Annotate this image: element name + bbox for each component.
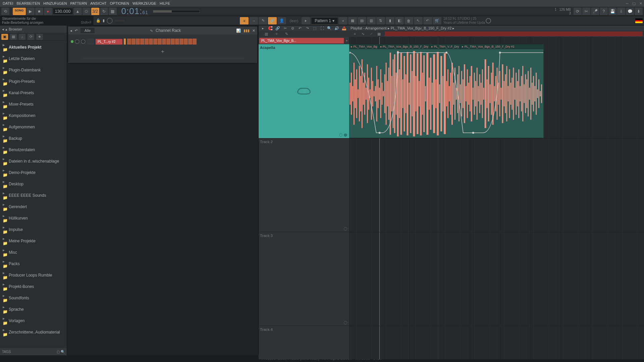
view-cr-icon[interactable]: ▥ (367, 17, 376, 24)
tree-item[interactable]: ▸📁Hüllkurven (0, 213, 67, 224)
view-trash-icon[interactable]: 🗑 (405, 17, 413, 24)
search-icon[interactable]: 🔍 (61, 350, 65, 354)
pl-tool-grid[interactable]: ▦ (375, 31, 383, 37)
countdown-icon[interactable]: ⏲ (83, 8, 91, 15)
menu-ansicht[interactable]: ANSICHT (89, 1, 108, 6)
chat-icon[interactable]: 💬 (626, 8, 634, 15)
save-icon[interactable]: 💾 (608, 8, 616, 15)
browser-menu-icon[interactable]: ▢ (57, 350, 60, 354)
pl-speaker-icon[interactable]: 🔊 (334, 25, 340, 31)
tree-item[interactable]: ▸📁Soundfonts (0, 292, 67, 304)
tree-item[interactable]: ▸📁Producer Loops Rumble (0, 269, 67, 281)
pattern-prev[interactable]: ▸ (302, 17, 310, 24)
view-cursor-icon[interactable]: ↖ (414, 17, 423, 24)
pl-fit-icon[interactable]: ⛶ (319, 25, 325, 31)
tree-item[interactable]: ▸📁Kompositionen (0, 110, 67, 121)
cr-undo-icon[interactable]: ↶ (75, 28, 78, 33)
download-icon[interactable]: ⬇ (635, 8, 643, 15)
picker-add-icon[interactable]: + (344, 39, 349, 43)
tools-icon[interactable]: ✂ (582, 8, 590, 15)
time-display[interactable]: 0:01:61 (121, 6, 148, 17)
channel-pan-knob[interactable] (75, 39, 79, 44)
timeline-overview[interactable] (385, 32, 643, 36)
cr-wave-icon[interactable]: ∿ (150, 28, 153, 33)
tree-item[interactable]: ▸📁Zerschnittene..Audiomaterial (0, 326, 67, 338)
pl-edit-icon[interactable]: ✎ (283, 31, 290, 37)
stop-button[interactable]: ■ (35, 8, 43, 15)
pl-magnet-icon[interactable]: 🧲 (267, 25, 273, 31)
pattern-add[interactable]: + (339, 17, 347, 24)
view-link-icon[interactable]: 🔗 (268, 17, 277, 24)
browser-tab-current[interactable]: ♪ (19, 34, 25, 40)
view-mixer-icon[interactable]: ⇅ (376, 17, 385, 24)
view-pr-icon[interactable]: ▤ (358, 17, 366, 24)
pl-tool-add[interactable]: + (351, 31, 359, 37)
tree-item[interactable]: ▸📁Impulse (0, 224, 67, 235)
channel-row[interactable]: PL_T...ry #2 (71, 37, 255, 46)
tree-item[interactable]: ▸📁Gerendert (0, 201, 67, 213)
tree-item[interactable]: ▸📁Misc (0, 247, 67, 258)
tree-item[interactable]: ▸📁Mixer-Presets (0, 99, 67, 110)
channel-led[interactable] (71, 40, 73, 43)
track-header-4[interactable]: Track 4 (259, 326, 349, 359)
pl-tool-wave[interactable]: ∿ (359, 31, 367, 37)
step-sequencer[interactable] (127, 39, 197, 45)
cr-back-icon[interactable]: ◂ (70, 28, 72, 33)
tree-item[interactable]: ▸📁Meine Projekte (0, 235, 67, 247)
menu-optionen[interactable]: OPTIONEN (109, 1, 130, 6)
clip-picker-item[interactable]: PL_TMA_Vox_Bgv_B... (259, 38, 344, 44)
loop-icon[interactable]: ↻ (100, 8, 108, 15)
snap-value[interactable]: 3/2 (91, 8, 99, 15)
track-header-3[interactable]: Track 3 (259, 232, 349, 326)
view-playlist-button[interactable]: ≡ (240, 17, 249, 24)
pl-tool-fade[interactable]: ⟋ (367, 31, 375, 37)
pl-add-icon[interactable]: ✧ (273, 31, 280, 37)
menu-hinzufuegen[interactable]: HINZUFüGEN (42, 1, 68, 6)
tree-item[interactable]: ▸📁Kanal-Presets (0, 87, 67, 99)
tree-item[interactable]: ▸📁Plugin-Presets (0, 76, 67, 87)
track-header-1[interactable]: Acapella (259, 44, 349, 138)
tree-item[interactable]: ▸📁Letzte Dateien (0, 53, 67, 64)
view-midi-icon[interactable]: ▮ (386, 17, 394, 24)
browser-tab-plugins[interactable]: ▦ (10, 34, 17, 40)
playlist-grid[interactable]: ▸ PL_TMA_Vox_Bg ▸ PL_TMA_Vox_Bgv_B_150_F… (349, 37, 644, 359)
tree-item[interactable]: ▸📁EEEE EEEE Sounds (0, 190, 67, 201)
track-solo[interactable] (344, 133, 347, 137)
view-clip-icon[interactable]: ◧ (395, 17, 404, 24)
channel-select[interactable] (124, 39, 126, 45)
refresh-icon[interactable]: ⟳ (574, 8, 582, 15)
pl-redo-icon[interactable]: ↷ (304, 25, 310, 31)
browser-tab-fav[interactable]: ★ (36, 34, 43, 40)
track-solo[interactable] (344, 227, 347, 231)
cr-graph-icon[interactable]: 📊 (236, 28, 241, 33)
tree-item[interactable]: ▸📁Plugin-Datenbank (0, 64, 67, 76)
cr-options-icon[interactable]: ▮▮▮ (244, 28, 250, 33)
tree-item[interactable]: ▸📁Packs (0, 258, 67, 269)
song-position-slider[interactable] (153, 10, 200, 13)
view-undo-icon[interactable]: ↶ (423, 17, 432, 24)
pl-cut-icon[interactable]: ✂ (282, 25, 288, 31)
browser-tab-history[interactable]: ⟳ (28, 34, 34, 40)
track-solo[interactable] (344, 321, 347, 324)
cr-filter[interactable]: Alle (80, 28, 95, 33)
tree-item[interactable]: ▸📁Demo-Projekte (0, 167, 67, 178)
tree-item[interactable]: ▸📁Sprache (0, 304, 67, 315)
pl-undo-icon[interactable]: ↶ (297, 25, 303, 31)
view-piano-icon[interactable]: ✎ (259, 17, 267, 24)
pl-send-icon[interactable]: 📤 (341, 25, 347, 31)
pl-link-icon[interactable]: 🔗 (275, 25, 281, 31)
tempo-display[interactable]: 130.000 (53, 8, 73, 15)
view-cart-icon[interactable]: 🛒 (433, 17, 441, 24)
pattern-selector[interactable]: Pattern 1▾ (311, 17, 338, 24)
pl-breadcrumb[interactable]: Playlist - Arrangement ▸ PL_TMA_Vox_Bgv_… (351, 26, 454, 31)
menu-hilfe[interactable]: HILFE (158, 1, 171, 6)
record-button[interactable]: ● (44, 8, 52, 15)
pl-select-icon[interactable]: ⬚ (312, 25, 318, 31)
collapse-icon[interactable]: ◂ (2, 27, 4, 32)
play-button[interactable]: ▶ (26, 8, 35, 15)
track-header-2[interactable]: Track 2 (259, 138, 349, 232)
tree-item[interactable]: ▸📁Benutzerdaten (0, 144, 67, 156)
pl-menu-icon[interactable]: ▸ (260, 25, 266, 31)
up-icon[interactable]: ▴ (5, 27, 7, 32)
channel-name[interactable]: PL_T...ry #2 (96, 39, 122, 45)
